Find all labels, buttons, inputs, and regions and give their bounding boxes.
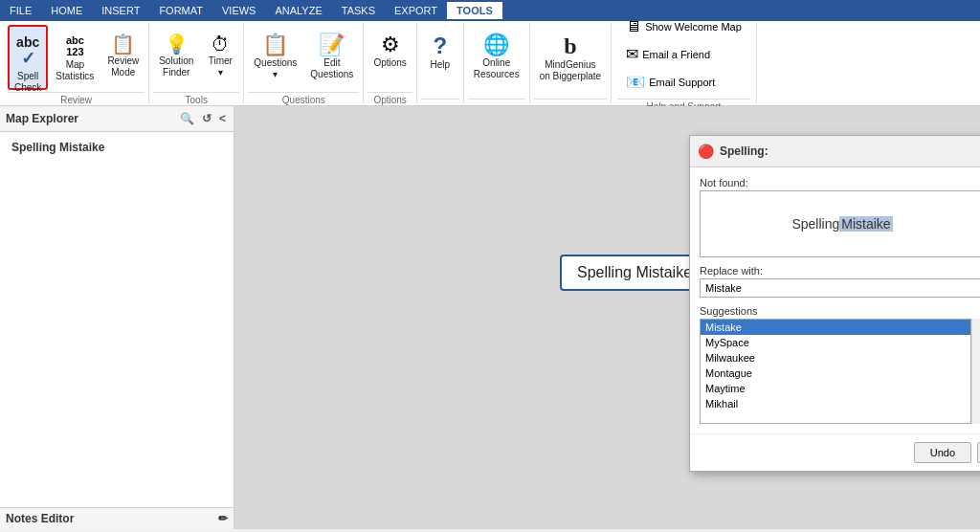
map-statistics-icon: abc123: [66, 34, 84, 57]
spelling-dialog: 🔴 Spelling: — □ ✕ Not found: Spelling Mi…: [689, 135, 980, 472]
menu-views[interactable]: VIEWS: [212, 2, 265, 19]
email-support-button[interactable]: 📧 Email Support: [617, 69, 750, 95]
sidebar-search-icon[interactable]: 🔍: [178, 110, 196, 127]
help-button[interactable]: ? Help: [421, 25, 459, 90]
questions-label: Questions▾: [254, 57, 297, 80]
help-icon: ?: [434, 34, 448, 57]
menu-tools[interactable]: TOOLS: [447, 2, 502, 19]
replace-with-input[interactable]: [700, 278, 980, 298]
notes-editor-label: Notes Editor: [6, 512, 74, 525]
ribbon-group-options: ⚙ Options Options: [364, 23, 416, 103]
spell-check-icon: abc✓: [16, 35, 39, 69]
review-group-label: Review: [8, 92, 145, 105]
help-group-label: [421, 99, 459, 101]
content-area: Spelling Mistaike 🔴 Spelling: — □ ✕ Not …: [234, 106, 980, 529]
options-button[interactable]: ⚙ Options: [368, 25, 412, 90]
suggestion-item-1[interactable]: MySpace: [701, 335, 970, 350]
questions-icon: 📋: [262, 34, 288, 55]
show-welcome-map-label: Show Welcome Map: [645, 21, 742, 33]
options-icon: ⚙: [381, 34, 400, 55]
mindgenius-button[interactable]: b MindGeniuson Biggerplate: [534, 25, 608, 90]
review-mode-button[interactable]: 📋 ReviewMode: [101, 25, 145, 90]
menu-file[interactable]: FILE: [0, 2, 41, 19]
sidebar-collapse-icon[interactable]: <: [217, 110, 228, 127]
menu-analyze[interactable]: ANALYZE: [265, 2, 331, 19]
suggestions-listbox[interactable]: Mistake MySpace Milwaukee Montague Mayti…: [700, 319, 971, 424]
sidebar-header: Map Explorer 🔍 ↺ <: [0, 106, 234, 132]
mindgenius-label: MindGeniuson Biggerplate: [540, 59, 602, 82]
timer-button[interactable]: ⏱ Timer▾: [201, 25, 239, 90]
not-found-highlighted-word: Mistaike: [839, 216, 892, 232]
notes-edit-icon[interactable]: ✏: [218, 512, 228, 525]
ribbon-group-help: ? Help: [417, 23, 464, 103]
menu-export[interactable]: EXPORT: [385, 2, 447, 19]
solution-finder-button[interactable]: 💡 SolutionFinder: [153, 25, 199, 90]
sidebar-title: Map Explorer: [6, 112, 78, 125]
dialog-left-panel: Not found: Spelling Mistaike Replace wit…: [700, 177, 980, 424]
solution-finder-icon: 💡: [165, 34, 189, 54]
email-support-icon: 📧: [626, 73, 645, 91]
edit-questions-label: EditQuestions: [310, 57, 353, 80]
map-node[interactable]: Spelling Mistaike: [560, 255, 709, 291]
solution-finder-label: SolutionFinder: [159, 55, 193, 78]
ribbon: abc✓ Spell Check abc123 MapStatistics 📋 …: [0, 21, 980, 106]
dialog-body: Not found: Spelling Mistaike Replace wit…: [690, 167, 980, 433]
suggestion-item-0[interactable]: Mistake: [701, 320, 970, 335]
map-statistics-label: MapStatistics: [56, 59, 94, 82]
dialog-title-icon: 🔴: [698, 144, 714, 159]
options-group-label: Options: [368, 92, 412, 105]
sidebar: Map Explorer 🔍 ↺ < Spelling Mistaike Not…: [0, 106, 234, 529]
online-resources-icon: 🌐: [483, 34, 509, 55]
dialog-footer: Undo Close Help (F1): [690, 433, 980, 471]
help-label: Help: [431, 59, 451, 71]
sidebar-notes: Notes Editor ✏: [0, 507, 234, 529]
sidebar-header-icons: 🔍 ↺ <: [178, 110, 228, 127]
questions-button[interactable]: 📋 Questions▾: [248, 25, 302, 90]
ribbon-group-online: 🌐 OnlineResources: [464, 23, 530, 103]
email-support-label: Email Support: [649, 77, 715, 88]
email-friend-button[interactable]: ✉ Email a Friend: [617, 41, 750, 67]
map-statistics-button[interactable]: abc123 MapStatistics: [50, 25, 100, 90]
ribbon-group-tools: 💡 SolutionFinder ⏱ Timer▾ Tools: [149, 23, 244, 103]
mindgenius-group-label: [534, 99, 608, 101]
online-resources-label: OnlineResources: [474, 57, 520, 80]
not-found-label: Not found:: [700, 177, 980, 188]
timer-icon: ⏱: [211, 34, 230, 54]
main-area: Map Explorer 🔍 ↺ < Spelling Mistaike Not…: [0, 106, 980, 529]
edit-questions-button[interactable]: 📝 EditQuestions: [304, 25, 359, 90]
not-found-content-text: Spelling: [791, 216, 839, 232]
menu-tasks[interactable]: TASKS: [332, 2, 385, 19]
menu-bar: FILE HOME INSERT FORMAT VIEWS ANALYZE TA…: [0, 0, 980, 21]
menu-insert[interactable]: INSERT: [92, 2, 149, 19]
suggestions-scrollbar[interactable]: [971, 319, 980, 424]
suggestion-item-4[interactable]: Maytime: [701, 381, 970, 396]
spell-check-label: Spell Check: [14, 71, 41, 94]
dialog-title: 🔴 Spelling:: [698, 144, 768, 159]
replace-with-label: Replace with:: [700, 265, 980, 277]
sidebar-item-list: Spelling Mistaike: [0, 132, 234, 163]
online-resources-button[interactable]: 🌐 OnlineResources: [468, 25, 525, 90]
not-found-textbox: Spelling Mistaike: [700, 190, 980, 257]
suggestion-item-2[interactable]: Milwaukee: [701, 350, 970, 366]
suggestion-item-3[interactable]: Montague: [701, 366, 970, 381]
timer-label: Timer▾: [209, 55, 233, 78]
undo-button[interactable]: Undo: [914, 442, 971, 463]
show-welcome-map-button[interactable]: 🖥 Show Welcome Map: [617, 14, 750, 39]
ribbon-group-mindgenius: b MindGeniuson Biggerplate: [530, 23, 612, 103]
spell-check-button[interactable]: abc✓ Spell Check: [8, 25, 48, 90]
options-label: Options: [373, 57, 406, 69]
sidebar-item-spelling-mistaike[interactable]: Spelling Mistaike: [6, 138, 228, 157]
mindgenius-icon: b: [564, 34, 576, 57]
email-friend-label: Email a Friend: [642, 49, 710, 60]
menu-format[interactable]: FORMAT: [149, 2, 212, 19]
ribbon-group-questions: 📋 Questions▾ 📝 EditQuestions Questions: [244, 23, 364, 103]
review-mode-icon: 📋: [111, 34, 135, 54]
ribbon-help-support: 🖥 Show Welcome Map ✉ Email a Friend 📧 Em…: [612, 23, 757, 103]
dialog-titlebar: 🔴 Spelling: — □ ✕: [690, 136, 980, 167]
tools-group-label: Tools: [153, 92, 239, 105]
menu-home[interactable]: HOME: [41, 2, 92, 19]
ribbon-group-review: abc✓ Spell Check abc123 MapStatistics 📋 …: [4, 23, 149, 103]
online-group-label: [468, 99, 525, 101]
sidebar-refresh-icon[interactable]: ↺: [200, 110, 213, 127]
suggestion-item-5[interactable]: Mikhail: [701, 396, 970, 411]
